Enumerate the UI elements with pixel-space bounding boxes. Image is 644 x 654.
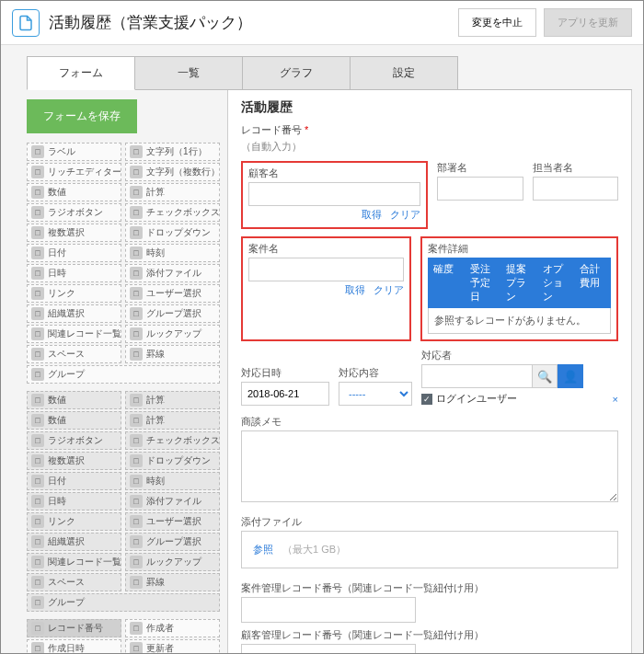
palette-item[interactable]: □数値 [27,391,121,409]
palette-item[interactable]: □日付 [27,472,121,490]
case-detail-header: 確度 受注予定日 提案プラン オプション 合計費用 [428,258,611,308]
palette-item[interactable]: □作成日時 [27,639,121,654]
palette-item[interactable]: □リンク [27,512,121,531]
palette-item[interactable]: □レコード番号 [27,619,121,637]
palette-item[interactable]: □ドロップダウン [125,224,220,242]
field-type-icon: □ [31,475,44,488]
palette-item-label: 添付ファイル [146,267,201,280]
palette-item-label: 日時 [48,495,66,508]
palette-item[interactable]: □添付ファイル [125,492,220,511]
rel1-input[interactable] [241,597,416,623]
palette-item[interactable]: □リンク [27,284,121,303]
tab-form[interactable]: フォーム [27,56,135,90]
field-type-icon: □ [130,556,143,568]
field-type-icon: □ [31,642,44,654]
resp-date-label: 対応日時 [241,366,329,380]
palette-item[interactable]: □グループ選択 [125,304,220,323]
palette-item-label: 更新者 [146,642,174,654]
case-get-link[interactable]: 取得 [345,284,365,295]
palette-item[interactable]: □ドロップダウン [125,452,220,470]
palette-item[interactable]: □ユーザー選択 [125,284,220,303]
palette-item[interactable]: □グループ選択 [125,533,220,551]
palette-item[interactable]: □ラジオボタン [27,431,121,450]
case-lookup-group: 案件名 取得 クリア [241,236,411,341]
palette-item[interactable]: □リッチエディター [27,163,121,181]
customer-input[interactable] [248,182,420,206]
tab-graph[interactable]: グラフ [242,56,351,89]
palette-item[interactable]: □日時 [27,492,121,511]
palette-item-label: 組織選択 [48,307,85,320]
palette-item[interactable]: □組織選択 [27,533,121,551]
palette-item[interactable]: □時刻 [125,472,220,490]
palette-item[interactable]: □グループ [27,365,220,384]
palette-item-label: ユーザー選択 [146,287,201,300]
user-picker-button[interactable]: 👤 [558,364,583,388]
palette-item-label: リンク [48,515,75,528]
update-app-button: アプリを更新 [544,8,632,37]
memo-textarea[interactable] [241,430,618,502]
palette-item[interactable]: □関連レコード一覧 [27,325,121,343]
palette-item[interactable]: □ルックアップ [125,325,220,343]
tab-settings[interactable]: 設定 [350,56,458,89]
case-clear-link[interactable]: クリア [374,284,404,295]
remove-login-user[interactable]: × [613,394,618,405]
palette-item[interactable]: □ラジオボタン [27,203,121,222]
palette-item[interactable]: □チェックボックス [125,431,220,450]
person-input[interactable] [533,177,619,201]
palette-item[interactable]: □数値 [27,411,121,430]
palette-item[interactable]: □スペース [27,345,121,363]
palette-item-label: 作成者 [146,622,174,635]
palette-item[interactable]: □計算 [125,411,220,430]
tab-list[interactable]: 一覧 [134,56,243,89]
palette-item[interactable]: □文字列（複数行） [125,163,220,181]
palette-item[interactable]: □ルックアップ [125,553,220,571]
palette-item[interactable]: □数値 [27,183,121,201]
save-form-button[interactable]: フォームを保存 [27,99,137,133]
dept-label: 部署名 [437,161,523,175]
palette-item[interactable]: □罫線 [125,345,220,363]
field-type-icon: □ [130,622,143,635]
search-icon: 🔍 [537,370,552,384]
palette-item[interactable]: □ラベル [27,143,121,161]
rel2-input[interactable] [241,644,416,654]
browse-link[interactable]: 参照 [253,543,273,556]
palette-item[interactable]: □チェックボックス [125,203,220,222]
palette-item[interactable]: □更新者 [125,639,220,654]
dept-input[interactable] [437,177,523,201]
cancel-button[interactable]: 変更を中止 [458,8,536,37]
search-button[interactable]: 🔍 [532,364,558,388]
palette-item-label: 数値 [48,414,66,427]
field-type-icon: □ [31,434,44,447]
app-title: 活動履歴（営業支援パック） [49,12,451,33]
record-number-label: レコード番号 * [241,123,618,137]
resp-person-label: 対応者 [421,349,618,362]
resp-date-input[interactable] [241,382,329,406]
palette-item[interactable]: □計算 [125,391,220,409]
palette-item[interactable]: □添付ファイル [125,264,220,282]
palette-item[interactable]: □グループ [27,593,220,612]
palette-item[interactable]: □関連レコード一覧 [27,553,121,571]
palette-item[interactable]: □組織選択 [27,304,121,323]
palette-item[interactable]: □計算 [125,183,220,201]
palette-item[interactable]: □ユーザー選択 [125,512,220,531]
palette-item[interactable]: □時刻 [125,244,220,262]
palette-item[interactable]: □日時 [27,264,121,282]
palette-item[interactable]: □複数選択 [27,224,121,242]
palette-item[interactable]: □罫線 [125,573,220,591]
palette-item[interactable]: □複数選択 [27,452,121,470]
palette-item-label: 時刻 [146,247,165,259]
customer-clear-link[interactable]: クリア [390,209,420,220]
palette-item[interactable]: □文字列（1行） [125,143,220,161]
field-type-icon: □ [31,394,44,407]
palette-item-label: 関連レコード一覧 [48,327,121,340]
customer-get-link[interactable]: 取得 [362,209,382,220]
palette-item-label: チェックボックス [146,206,220,219]
case-input[interactable] [248,258,404,281]
field-type-icon: □ [130,434,143,447]
palette-item[interactable]: □日付 [27,244,121,262]
palette-item[interactable]: □作成者 [125,619,220,637]
palette-item[interactable]: □スペース [27,573,121,591]
field-type-icon: □ [31,287,44,300]
resp-person-input[interactable] [421,364,532,388]
resp-content-select[interactable]: ----- [339,382,412,406]
